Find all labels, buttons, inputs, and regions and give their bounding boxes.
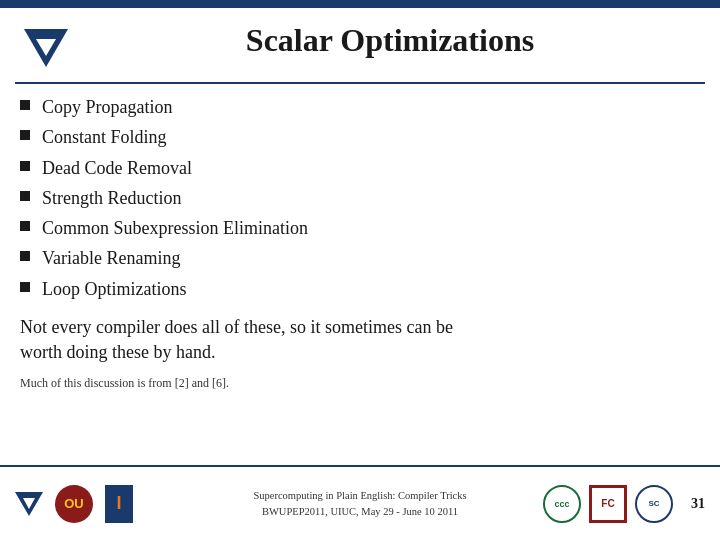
top-accent-bar (0, 0, 720, 8)
list-item: Common Subexpression Elimination (20, 216, 700, 240)
list-item: Dead Code Removal (20, 156, 700, 180)
triangle-logo-icon (24, 29, 68, 67)
bullet-text: Copy Propagation (42, 95, 173, 119)
list-item: Copy Propagation (20, 95, 700, 119)
slide-title: Scalar Optimizations (80, 22, 700, 59)
bottom-center-text: Supercomputing in Plain English: Compile… (188, 488, 533, 520)
bullet-text: Dead Code Removal (42, 156, 192, 180)
body-text: Not every compiler does all of these, so… (20, 315, 700, 365)
bullet-text: Constant Folding (42, 125, 167, 149)
body-text-line2: worth doing these by hand. (20, 342, 215, 362)
bullet-icon (20, 282, 30, 292)
slide-content: Copy Propagation Constant Folding Dead C… (20, 95, 700, 460)
bullet-icon (20, 221, 30, 231)
bullet-list: Copy Propagation Constant Folding Dead C… (20, 95, 700, 301)
list-item: Strength Reduction (20, 186, 700, 210)
bottom-bar: OU I Supercomputing in Plain English: Co… (0, 465, 720, 540)
bottom-right-logos: ccc FC SC 31 (533, 485, 706, 523)
bullet-icon (20, 130, 30, 140)
list-item: Loop Optimizations (20, 277, 700, 301)
list-item: Constant Folding (20, 125, 700, 149)
bullet-text: Strength Reduction (42, 186, 181, 210)
illinois-logo: I (105, 485, 133, 523)
ou-logo: OU (55, 485, 93, 523)
small-triangle-icon (15, 492, 43, 516)
bullet-icon (20, 100, 30, 110)
bullet-text: Variable Renaming (42, 246, 180, 270)
bullet-icon (20, 161, 30, 171)
circle-logo: SC (635, 485, 673, 523)
list-item: Variable Renaming (20, 246, 700, 270)
body-text-line1: Not every compiler does all of these, so… (20, 317, 453, 337)
bottom-left-logos: OU I (15, 485, 188, 523)
conference-line1: Supercomputing in Plain English: Compile… (188, 488, 533, 504)
title-divider (15, 82, 705, 84)
bullet-icon (20, 251, 30, 261)
page-number: 31 (691, 496, 705, 512)
bullet-text: Common Subexpression Elimination (42, 216, 308, 240)
bullet-text: Loop Optimizations (42, 277, 186, 301)
conference-line2: BWUPEP2011, UIUC, May 29 - June 10 2011 (188, 504, 533, 520)
slide: Scalar Optimizations Copy Propagation Co… (0, 0, 720, 540)
fc-logo: FC (589, 485, 627, 523)
left-logo-area (18, 18, 73, 78)
bullet-icon (20, 191, 30, 201)
footnote-text: Much of this discussion is from [2] and … (20, 375, 700, 392)
ccc-logo: ccc (543, 485, 581, 523)
